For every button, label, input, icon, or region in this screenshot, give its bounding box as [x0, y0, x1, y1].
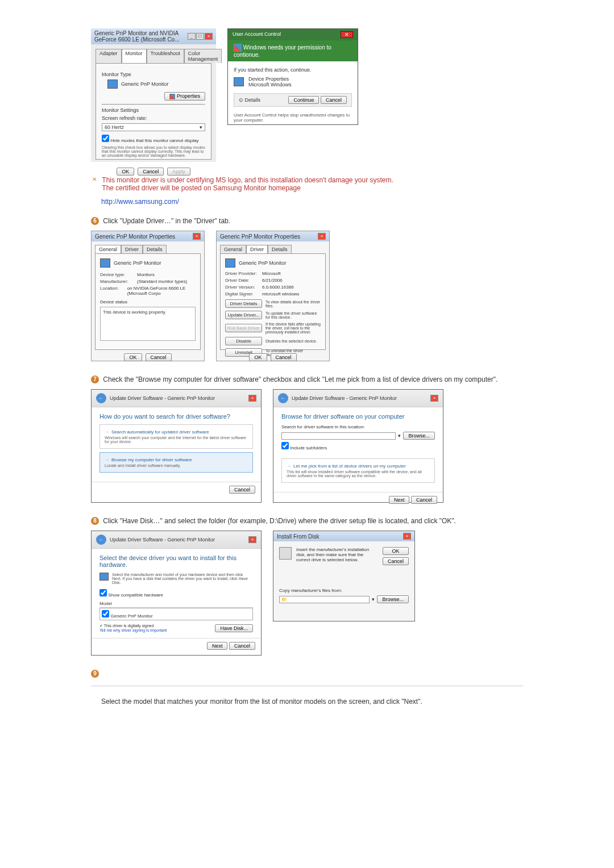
device-name: Generic PnP Monitor [239, 260, 286, 266]
driver-details-button[interactable]: Driver Details [225, 299, 262, 308]
monitor-icon [234, 77, 244, 86]
continue-button[interactable]: Continue [288, 96, 319, 104]
samsung-link[interactable]: http://www.samsung.com/ [101, 198, 179, 206]
browse-button[interactable]: Browse... [403, 432, 435, 440]
back-button[interactable]: ← [278, 393, 288, 403]
hide-modes-label: Hide modes that this monitor cannot disp… [110, 138, 198, 143]
browse-button[interactable]: Browse... [377, 595, 409, 603]
wizard-header-text: Update Driver Software - Generic PnP Mon… [292, 395, 397, 401]
close-icon[interactable]: × [248, 395, 256, 402]
step-8-badge: 8 [91, 517, 99, 525]
close-icon[interactable]: × [193, 233, 201, 240]
step-6-text: Click "Update Driver…" in the "Driver" t… [103, 217, 522, 225]
tab-details[interactable]: Details [268, 245, 292, 253]
compat-checkbox[interactable] [99, 589, 107, 596]
search-auto-option[interactable]: →Search automatically for updated driver… [99, 424, 253, 449]
chevron-down-icon[interactable]: ▾ [398, 433, 401, 439]
update-driver-button[interactable]: Update Driver... [225, 311, 262, 319]
monitor-icon [100, 258, 110, 268]
generic-pnp-general-dialog: Generic PnP Monitor Properties × General… [91, 231, 205, 361]
update-driver-wizard-1: ← Update Driver Software - Generic PnP M… [91, 389, 262, 503]
tab-general[interactable]: General [95, 245, 121, 253]
check-icon: ✔ [99, 624, 103, 628]
include-subfolders-checkbox[interactable] [281, 442, 289, 449]
close-icon[interactable]: × [403, 533, 411, 540]
monitor-type-label: Monitor Type [102, 72, 205, 77]
cancel-button[interactable]: Cancel [383, 557, 409, 565]
step-9-badge: 9 [91, 670, 99, 678]
apply-button[interactable]: Apply [167, 168, 190, 176]
tab-color[interactable]: Color Management [184, 49, 222, 63]
model-item[interactable]: Generic PnP Monitor [111, 614, 153, 619]
tab-troubleshoot[interactable]: Troubleshoot [147, 49, 184, 63]
tab-adapter[interactable]: Adapter [96, 49, 122, 63]
search-location-label: Search for driver software in this locat… [281, 424, 435, 429]
browse-computer-option[interactable]: →Browse my computer for driver software … [99, 452, 253, 473]
cancel-button[interactable]: Cancel [321, 96, 347, 104]
ok-button[interactable]: OK [383, 547, 409, 555]
tab-details[interactable]: Details [143, 245, 167, 253]
cancel-button[interactable]: Cancel [271, 353, 297, 361]
next-button[interactable]: Next [389, 496, 410, 504]
tab-driver[interactable]: Driver [246, 245, 268, 253]
path-input[interactable] [281, 432, 396, 440]
next-button[interactable]: Next [207, 642, 228, 650]
cancel-button[interactable]: Cancel [146, 353, 172, 361]
dialog-title: Generic PnP Monitor Properties [220, 233, 300, 240]
arrow-icon: → [105, 457, 109, 462]
close-icon[interactable]: × [318, 233, 326, 240]
cancel-button[interactable]: Cancel [229, 486, 255, 494]
ms-windows-label: Microsoft Windows [248, 82, 292, 87]
rollback-button[interactable]: Roll Back Driver [225, 324, 262, 332]
refresh-dropdown[interactable]: 60 Hertz ▾ [102, 123, 205, 131]
dialog-title: Install From Disk [277, 533, 319, 540]
title-bar: Generic PnP Monitor and NVIDIA GeForce 6… [91, 28, 216, 44]
cancel-button[interactable]: Cancel [411, 496, 437, 504]
monitor-name: Generic PnP Monitor [121, 81, 168, 87]
copy-path-input[interactable]: 📁 [279, 596, 370, 603]
model-checkbox[interactable] [102, 610, 109, 617]
monitor-icon [225, 258, 235, 268]
signing-link[interactable]: Tell me why driver signing is important [99, 628, 167, 632]
dialog-title: Generic PnP Monitor and NVIDIA GeForce 6… [94, 30, 188, 43]
maximize-btn[interactable]: □ [196, 33, 204, 40]
have-disk-button[interactable]: Have Disk... [215, 624, 253, 632]
back-button[interactable]: ← [96, 393, 106, 403]
generic-pnp-driver-dialog: Generic PnP Monitor Properties × General… [216, 231, 330, 361]
chevron-down-icon[interactable]: ▾ [372, 596, 375, 602]
properties-button[interactable]: Properties [164, 92, 205, 101]
monitor-icon [107, 80, 118, 89]
monitor-icon [99, 573, 109, 581]
wizard-header-text: Update Driver Software - Generic PnP Mon… [110, 395, 215, 401]
tab-driver[interactable]: Driver [121, 245, 143, 253]
cancel-button[interactable]: Cancel [138, 168, 164, 176]
wizard-title: Browse for driver software on your compu… [281, 413, 435, 420]
tab-monitor[interactable]: Monitor [122, 49, 147, 63]
close-btn[interactable]: × [205, 33, 213, 40]
divider [91, 686, 523, 686]
ok-button[interactable]: OK [117, 168, 134, 176]
back-button[interactable]: ← [96, 535, 106, 545]
refresh-rate-label: Screen refresh rate: [102, 115, 205, 121]
pick-from-list-option[interactable]: →Let me pick from a list of device drive… [281, 458, 435, 483]
minimize-btn[interactable]: _ [188, 33, 196, 40]
close-icon[interactable]: ✕ [341, 31, 353, 38]
close-icon[interactable]: × [248, 536, 256, 543]
dialog-title: Generic PnP Monitor Properties [95, 233, 175, 240]
close-icon[interactable]: × [430, 395, 438, 402]
cancel-button[interactable]: Cancel [229, 642, 255, 650]
ok-button[interactable]: OK [249, 353, 267, 361]
step-7-text: Check the "Browse my computer for driver… [103, 375, 522, 383]
wizard-desc: Select the manufacturer and model of you… [112, 573, 253, 585]
update-driver-wizard-2: ← Update Driver Software - Generic PnP M… [273, 389, 443, 503]
hide-modes-checkbox[interactable] [102, 135, 109, 142]
tab-general[interactable]: General [220, 245, 246, 253]
chevron-down-icon: ⊙ [239, 97, 243, 103]
disable-button[interactable]: Disable [225, 337, 262, 345]
step-7-badge: 7 [91, 375, 99, 383]
step-6-badge: 6 [91, 217, 99, 225]
note-line2: The certified driver will be posted on S… [102, 184, 301, 192]
ok-button[interactable]: OK [124, 353, 142, 361]
details-label[interactable]: Details [245, 97, 261, 103]
uac-title: User Account Control [233, 31, 281, 38]
